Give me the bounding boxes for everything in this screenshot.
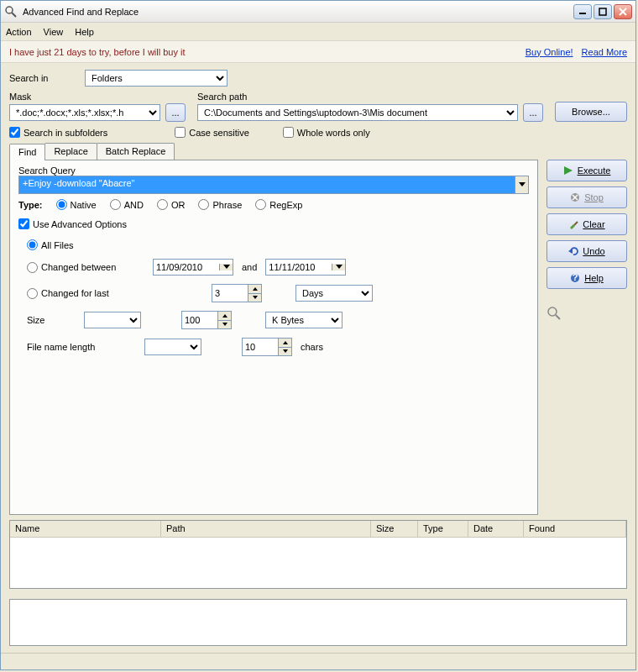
broom-icon <box>568 219 578 229</box>
subfolders-checkbox[interactable]: Search in subfolders <box>9 127 107 138</box>
clear-button[interactable]: Clear <box>546 213 627 235</box>
window-title: Advanced Find and Replace <box>23 7 573 17</box>
fname-n-stepper[interactable] <box>242 338 292 356</box>
chars-label: chars <box>301 342 323 352</box>
last-n-stepper[interactable] <box>212 284 262 302</box>
svg-marker-6 <box>519 182 526 186</box>
changed-last-radio[interactable]: Changed for last <box>27 288 144 299</box>
chevron-up-icon[interactable] <box>248 285 261 294</box>
advanced-options-checkbox[interactable]: Use Advanced Options <box>18 218 529 229</box>
col-name[interactable]: Name <box>10 521 161 537</box>
date-to-input[interactable] <box>265 259 346 276</box>
tab-panel-find: Search Query +Enjoy -download "Abacre" T… <box>9 160 538 515</box>
date-from-input[interactable] <box>153 259 233 276</box>
col-size[interactable]: Size <box>371 521 418 537</box>
fname-op-select[interactable] <box>144 339 201 355</box>
col-found[interactable]: Found <box>524 521 626 537</box>
svg-marker-9 <box>253 287 258 291</box>
svg-marker-14 <box>283 349 288 353</box>
col-date[interactable]: Date <box>468 521 524 537</box>
tab-batch-replace[interactable]: Batch Replace <box>97 143 175 160</box>
browse-button[interactable]: Browse... <box>555 102 627 122</box>
stop-icon <box>570 192 580 202</box>
svg-marker-11 <box>222 314 227 318</box>
changed-between-radio[interactable]: Changed between <box>27 262 144 273</box>
fname-label: File name length <box>27 342 136 352</box>
all-files-radio[interactable]: All Files <box>27 239 529 250</box>
size-label: Size <box>27 315 76 325</box>
svg-marker-10 <box>253 296 258 299</box>
chevron-down-icon[interactable] <box>515 176 528 193</box>
statusbar <box>1 653 635 669</box>
svg-marker-13 <box>283 341 288 344</box>
close-button[interactable] <box>614 4 632 19</box>
chevron-up-icon[interactable] <box>218 312 231 321</box>
and-label: and <box>242 262 257 272</box>
size-op-select[interactable] <box>84 312 141 328</box>
svg-marker-7 <box>223 265 230 269</box>
app-icon <box>4 5 18 18</box>
type-native-radio[interactable]: Native <box>56 199 97 210</box>
search-in-label: Search in <box>9 73 78 83</box>
svg-marker-20 <box>568 249 573 254</box>
type-or-radio[interactable]: OR <box>157 199 186 210</box>
col-path[interactable]: Path <box>161 521 371 537</box>
col-type[interactable]: Type <box>418 521 468 537</box>
type-label: Type: <box>18 200 43 210</box>
svg-point-0 <box>6 7 13 13</box>
chevron-down-icon[interactable] <box>279 348 291 356</box>
svg-marker-12 <box>222 323 227 326</box>
trial-message: I have just 21 days to try, before I wil… <box>9 47 517 57</box>
tab-replace[interactable]: Replace <box>44 143 97 160</box>
action-panel: Execute Stop Clear Undo ? Help <box>546 143 627 515</box>
tab-find[interactable]: Find <box>9 144 45 160</box>
read-more-link[interactable]: Read More <box>582 47 627 57</box>
search-query-label: Search Query <box>18 165 76 176</box>
undo-icon <box>568 246 578 256</box>
execute-button[interactable]: Execute <box>546 160 627 181</box>
buy-online-link[interactable]: Buy Online! <box>526 47 573 57</box>
path-more-button[interactable]: ... <box>523 103 543 122</box>
chevron-up-icon[interactable] <box>279 339 291 348</box>
help-button[interactable]: ? Help <box>546 267 627 289</box>
trial-bar: I have just 21 days to try, before I wil… <box>1 41 635 63</box>
search-query-input[interactable]: +Enjoy -download "Abacre" <box>18 176 529 194</box>
menu-help[interactable]: Help <box>75 27 94 37</box>
svg-marker-15 <box>564 166 573 175</box>
search-path-input[interactable]: C:\Documents and Settings\uptodown-3\Mis… <box>197 104 518 121</box>
menu-view[interactable]: View <box>44 27 64 37</box>
magnifier-icon[interactable] <box>546 306 627 321</box>
last-unit-select[interactable]: Days <box>295 285 373 302</box>
type-regexp-radio[interactable]: RegExp <box>255 199 302 210</box>
mask-input[interactable]: *.doc;*.docx;*.xls;*.xlsx;*.h <box>9 104 160 121</box>
size-unit-select[interactable]: K Bytes <box>265 312 343 328</box>
window-controls <box>573 4 632 19</box>
mask-more-button[interactable]: ... <box>165 103 186 122</box>
app-window: Advanced Find and Replace Action View He… <box>0 0 636 670</box>
tabs: Find Replace Batch Replace <box>9 143 538 160</box>
stop-button[interactable]: Stop <box>546 186 627 208</box>
type-phrase-radio[interactable]: Phrase <box>198 199 242 210</box>
preview-pane <box>9 599 627 646</box>
chevron-down-icon[interactable] <box>332 264 345 270</box>
type-and-radio[interactable]: AND <box>110 199 144 210</box>
search-path-label: Search path <box>197 92 543 102</box>
svg-marker-8 <box>336 265 343 269</box>
svg-rect-3 <box>599 8 606 15</box>
size-n-stepper[interactable] <box>181 311 232 329</box>
svg-text:?: ? <box>573 273 578 282</box>
chevron-down-icon[interactable] <box>218 321 231 329</box>
chevron-down-icon[interactable] <box>219 264 233 270</box>
case-sensitive-checkbox[interactable]: Case sensitive <box>175 127 249 138</box>
search-in-select[interactable]: Folders <box>85 70 227 87</box>
whole-words-checkbox[interactable]: Whole words only <box>283 127 370 138</box>
titlebar: Advanced Find and Replace <box>1 1 635 23</box>
minimize-button[interactable] <box>573 4 592 19</box>
svg-line-24 <box>556 315 560 319</box>
chevron-down-icon[interactable] <box>248 294 261 302</box>
svg-line-19 <box>574 222 578 225</box>
maximize-button[interactable] <box>594 4 612 19</box>
undo-button[interactable]: Undo <box>546 240 627 262</box>
svg-point-23 <box>548 307 557 316</box>
menu-action[interactable]: Action <box>6 27 32 37</box>
